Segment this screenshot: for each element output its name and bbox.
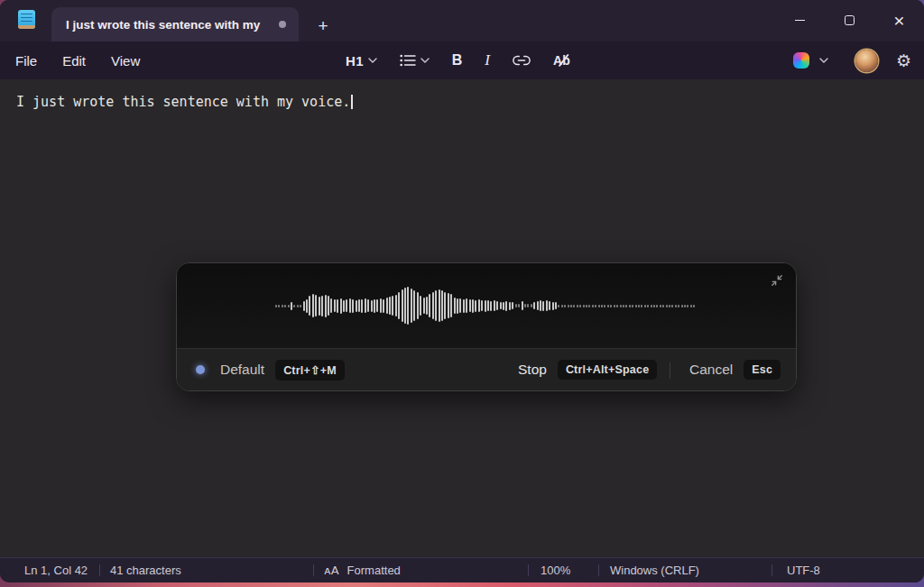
chevron-down-icon [368, 58, 377, 63]
maximize-icon [845, 15, 855, 25]
window-controls: × [775, 0, 924, 41]
recording-indicator-dot [196, 365, 205, 374]
italic-icon: I [485, 51, 490, 69]
clear-formatting-icon: Ab [553, 53, 570, 68]
voice-controls-bar: Default Ctrl+⇧+M Stop Ctrl+Alt+Space Can… [177, 348, 796, 390]
collapse-button[interactable] [769, 272, 785, 289]
waveform-area [177, 263, 796, 348]
chevron-down-icon [819, 58, 828, 63]
user-avatar[interactable] [855, 50, 878, 72]
settings-gear-icon[interactable]: ⚙ [896, 52, 911, 69]
account-tools: ⚙ [791, 41, 911, 79]
minimize-icon [795, 20, 805, 22]
bullet-list-icon [400, 54, 416, 67]
close-icon: × [893, 11, 904, 30]
stop-label: Stop [518, 362, 547, 378]
clear-formatting-button[interactable]: Ab [551, 50, 572, 71]
cancel-shortcut-badge: Esc [744, 360, 781, 380]
statusbar: Ln 1, Col 42 41 characters ᴀA Formatted … [0, 557, 924, 582]
menu-file[interactable]: File [3, 47, 50, 75]
menu-view[interactable]: View [98, 47, 152, 75]
minimize-button[interactable] [775, 0, 825, 41]
insert-link-button[interactable] [511, 51, 532, 69]
bold-button[interactable]: B [450, 49, 465, 72]
document-tab[interactable]: I just wrote this sentence with my [51, 7, 299, 41]
link-icon [513, 55, 531, 66]
stop-shortcut-badge: Ctrl+Alt+Space [558, 360, 657, 380]
divider [99, 564, 100, 576]
document-text: I just wrote this sentence with my voice… [16, 94, 350, 110]
bold-icon: B [452, 52, 463, 69]
new-tab-button[interactable]: + [310, 13, 337, 40]
status-line-endings: Windows (CRLF) [610, 558, 699, 582]
status-encoding: UTF-8 [787, 558, 820, 582]
chevron-down-icon [420, 58, 430, 63]
waveform [275, 263, 698, 348]
italic-button[interactable]: I [483, 48, 492, 73]
menu-edit[interactable]: Edit [50, 47, 98, 75]
divider [313, 564, 314, 576]
status-cursor-position: Ln 1, Col 42 [24, 558, 88, 582]
copilot-icon [793, 52, 809, 69]
status-format-label: Formatted [347, 564, 401, 577]
font-size-icon: ᴀA [324, 564, 339, 577]
close-button[interactable]: × [874, 0, 924, 41]
notepad-window: I just wrote this sentence with my + × F… [0, 0, 924, 582]
menu-toolbar-row: File Edit View H1 [0, 41, 924, 79]
divider [598, 564, 599, 576]
notepad-app-icon [18, 10, 35, 29]
status-format: ᴀA Formatted [324, 558, 401, 582]
status-char-count: 41 characters [110, 558, 181, 582]
heading-style-dropdown[interactable]: H1 [344, 50, 379, 72]
text-caret [351, 95, 353, 109]
divider [772, 564, 772, 576]
maximize-button[interactable] [825, 0, 874, 41]
menubar: File Edit View [3, 41, 152, 79]
plus-icon: + [318, 16, 328, 36]
status-zoom-level: 100% [541, 558, 570, 582]
microphone-label: Default [220, 362, 264, 378]
copilot-button[interactable] [791, 49, 830, 72]
unsaved-changes-dot [279, 21, 286, 28]
formatting-toolbar: H1 B [344, 41, 572, 79]
collapse-arrows-icon [770, 273, 784, 288]
list-dropdown[interactable] [398, 50, 431, 70]
mic-shortcut-badge: Ctrl+⇧+M [275, 360, 345, 381]
microphone-selector[interactable]: Default Ctrl+⇧+M [220, 349, 345, 390]
divider [670, 362, 670, 379]
cancel-button[interactable]: Cancel Esc [689, 349, 781, 390]
tab-title: I just wrote this sentence with my [66, 18, 270, 32]
heading-label: H1 [346, 53, 364, 69]
titlebar: I just wrote this sentence with my + × [0, 0, 924, 41]
stop-button[interactable]: Stop Ctrl+Alt+Space [518, 349, 657, 390]
divider [528, 564, 529, 576]
voice-typing-overlay: Default Ctrl+⇧+M Stop Ctrl+Alt+Space Can… [176, 262, 797, 391]
cancel-label: Cancel [689, 362, 733, 378]
